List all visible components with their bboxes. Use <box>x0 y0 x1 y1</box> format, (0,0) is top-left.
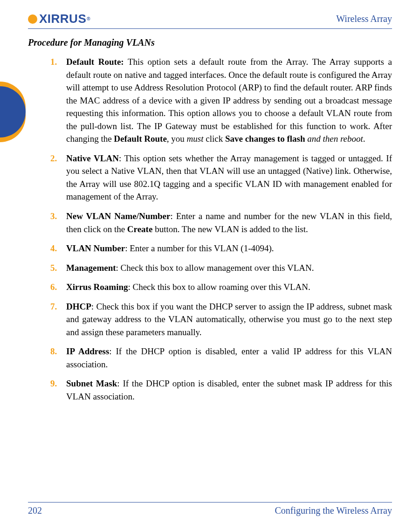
list-item: 8. IP Address: If the DHCP option is dis… <box>50 345 392 371</box>
logo-registered: ® <box>87 16 90 21</box>
logo: XIRRUS® <box>28 12 90 26</box>
list-item: 3. New VLAN Name/Number: Enter a name an… <box>50 210 392 235</box>
step-body: New VLAN Name/Number: Enter a name and n… <box>66 210 392 235</box>
list-item: 6. Xirrus Roaming: Check this box to all… <box>50 281 392 294</box>
logo-text: XIRRUS <box>39 12 86 26</box>
step-body: DHCP: Check this box if you want the DHC… <box>66 300 392 339</box>
procedure-list: 1. Default Route: This option sets a def… <box>50 55 392 403</box>
page-footer: 202 Configuring the Wireless Array <box>28 502 392 516</box>
logo-burst-icon <box>28 14 37 24</box>
section-title: Procedure for Managing VLANs <box>28 37 392 48</box>
step-number: 7. <box>50 300 66 339</box>
list-item: 2. Native VLAN: This option sets whether… <box>50 152 392 203</box>
chapter-title: Configuring the Wireless Array <box>275 505 392 516</box>
step-number: 4. <box>50 242 66 255</box>
list-item: 5. Management: Check this box to allow m… <box>50 262 392 275</box>
page: XIRRUS® Wireless Array Procedure for Man… <box>0 0 420 530</box>
step-body: Default Route: This option sets a defaul… <box>66 55 392 145</box>
step-body: Xirrus Roaming: Check this box to allow … <box>66 281 392 294</box>
step-body: Subnet Mask: If the DHCP option is disab… <box>66 377 392 403</box>
step-number: 1. <box>50 55 66 145</box>
step-number: 2. <box>50 152 66 203</box>
list-item: 7. DHCP: Check this box if you want the … <box>50 300 392 339</box>
page-header: XIRRUS® Wireless Array <box>28 12 392 29</box>
step-number: 6. <box>50 281 66 294</box>
step-number: 5. <box>50 262 66 275</box>
header-title: Wireless Array <box>336 14 392 24</box>
step-number: 3. <box>50 210 66 235</box>
step-body: VLAN Number: Enter a number for this VLA… <box>66 242 392 255</box>
step-body: IP Address: If the DHCP option is disabl… <box>66 345 392 371</box>
step-body: Native VLAN: This option sets whether th… <box>66 152 392 203</box>
step-number: 9. <box>50 377 66 403</box>
list-item: 9. Subnet Mask: If the DHCP option is di… <box>50 377 392 403</box>
list-item: 1. Default Route: This option sets a def… <box>50 55 392 145</box>
step-number: 8. <box>50 345 66 371</box>
side-tab-icon <box>0 82 26 142</box>
page-number: 202 <box>28 505 42 516</box>
step-body: Management: Check this box to allow mana… <box>66 262 392 275</box>
list-item: 4. VLAN Number: Enter a number for this … <box>50 242 392 255</box>
